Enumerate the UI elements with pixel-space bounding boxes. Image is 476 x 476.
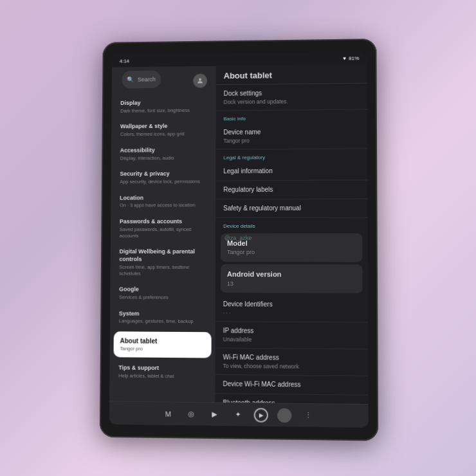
sidebar-item-about[interactable]: About tablet Tangor pro	[114, 331, 212, 358]
dock-icon-circle[interactable]	[277, 408, 291, 423]
panel-item-wifi-mac[interactable]: Wi-Fi MAC address To view, choose saved …	[215, 349, 368, 377]
panel-item-device-wifi-mac[interactable]: Device Wi-Fi MAC address	[215, 375, 368, 396]
panel-title: About tablet	[216, 64, 367, 85]
main-content: 🔍 Search Display Dark theme, font size, …	[109, 64, 368, 404]
settings-sidebar: 🔍 Search Display Dark theme, font size, …	[109, 66, 216, 403]
panel-item-dock-settings[interactable]: Dock settings Dock version and updates.	[216, 84, 367, 111]
sidebar-item-tips[interactable]: Tips & support Help articles, tablet & c…	[112, 360, 212, 384]
tablet-device: 4:14 ♥ 81% 🔍 Search	[100, 39, 378, 441]
sidebar-item-display[interactable]: Display Dark theme, font size, brightnes…	[114, 95, 213, 118]
dock-icon-chrome[interactable]: ◎	[184, 407, 198, 421]
status-time: 4:14	[120, 58, 129, 64]
dock-icon-grid[interactable]: ⋮	[301, 408, 315, 423]
panel-item-safety-manual[interactable]: Safety & regulatory manual	[215, 199, 367, 218]
panel-item-device-identifiers[interactable]: Device Identifiers · · ·	[215, 295, 368, 323]
section-label-device: Device details	[215, 218, 367, 231]
search-bar[interactable]: 🔍 Search	[122, 71, 160, 89]
panel-item-android-version[interactable]: Android version 13	[221, 264, 363, 293]
panel-item-model[interactable]: Model Tangor pro	[221, 233, 363, 262]
sidebar-items-list: Display Dark theme, font size, brightnes…	[109, 94, 216, 402]
search-row: 🔍 Search	[112, 66, 216, 93]
status-right: ♥ 81%	[343, 55, 359, 61]
app-dock: M ◎ ▶ ✦ ▶ ⋮	[109, 401, 369, 428]
dock-icon-play[interactable]: ▶	[254, 408, 268, 423]
sidebar-item-passwords[interactable]: Passwords & accounts Saved passwords, au…	[113, 214, 213, 243]
panel-item-legal-info[interactable]: Legal information	[215, 162, 367, 181]
right-panel: About tablet Dock settings Dock version …	[215, 64, 368, 404]
sidebar-item-system[interactable]: System Languages, gestures, time, backup	[113, 306, 213, 329]
sidebar-item-security[interactable]: Security & privacy App security, device …	[113, 166, 213, 190]
sidebar-item-location[interactable]: Location On · 3 apps have access to loca…	[113, 190, 213, 213]
dock-icon-mail[interactable]: M	[161, 407, 175, 421]
section-label-basic: Basic info	[216, 110, 367, 124]
sidebar-item-accessibility[interactable]: Accessibility Display, interaction, audi…	[114, 142, 214, 166]
svg-point-0	[199, 78, 201, 81]
account-icon[interactable]	[193, 74, 207, 88]
sidebar-item-wallpaper[interactable]: Wallpaper & style Colors, themed icons, …	[114, 118, 214, 142]
panel-item-device-name[interactable]: Device name Tangor pro	[215, 123, 367, 150]
sidebar-item-google[interactable]: Google Services & preferences	[113, 282, 213, 306]
panel-item-ip-address[interactable]: IP address Unavailable	[215, 322, 369, 350]
panel-item-regulatory-labels[interactable]: Regulatory labels	[215, 181, 367, 200]
dock-icon-maps[interactable]: ✦	[230, 407, 244, 422]
dock-icon-youtube[interactable]: ▶	[207, 407, 221, 422]
tablet-screen: 4:14 ♥ 81% 🔍 Search	[109, 51, 369, 428]
section-label-legal: Legal & regulatory	[215, 149, 367, 163]
wifi-icon: ♥	[343, 55, 346, 61]
search-label: Search	[138, 76, 156, 82]
panel-content: Dock settings Dock version and updates. …	[215, 84, 368, 404]
search-icon: 🔍	[127, 77, 134, 83]
battery-text: 81%	[349, 55, 359, 61]
sidebar-item-wellbeing[interactable]: Digital Wellbeing & parental controls Sc…	[113, 244, 213, 281]
